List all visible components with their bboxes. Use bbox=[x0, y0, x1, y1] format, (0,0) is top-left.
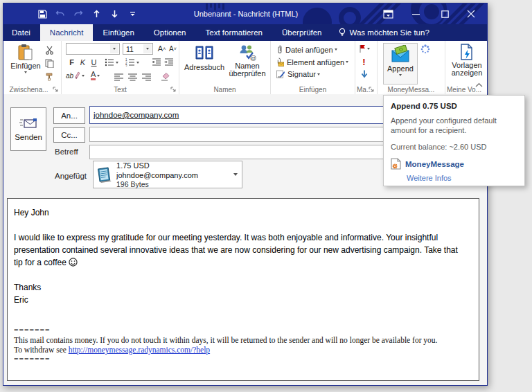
tab-nachricht[interactable]: Nachricht bbox=[40, 24, 94, 41]
footer-withdraw-link[interactable]: http://moneymessage.radynamics.com/?help bbox=[69, 346, 210, 354]
attachment-notepad-icon bbox=[96, 165, 113, 184]
underline-button[interactable]: U bbox=[88, 57, 100, 68]
customize-qat-icon[interactable] bbox=[127, 8, 138, 19]
copy-icon[interactable] bbox=[44, 57, 55, 69]
tab-text-formatieren[interactable]: Text formatieren bbox=[196, 24, 272, 41]
include-group-label: Einfügen bbox=[271, 86, 355, 93]
append-button[interactable]: Append bbox=[383, 43, 418, 84]
attach-item-button[interactable]: Element anfügen bbox=[276, 57, 348, 66]
tooltip-title: Append 0.75 USD bbox=[391, 102, 517, 110]
attachment-chip[interactable]: 1.75 USD johndoe@company.com 196 Bytes bbox=[93, 161, 242, 188]
align-left-icon[interactable] bbox=[113, 71, 125, 82]
attachment-menu-caret-icon[interactable] bbox=[233, 173, 238, 176]
send-button[interactable]: Senden bbox=[10, 107, 46, 151]
tell-me-label: Was möchten Sie tun? bbox=[350, 28, 429, 37]
ribbon-tab-bar: Datei Nachricht Einfügen Optionen Text f… bbox=[3, 24, 487, 41]
to-button[interactable]: An... bbox=[53, 107, 85, 124]
tell-me-box[interactable]: Was möchten Sie tun? bbox=[332, 24, 436, 41]
cut-icon[interactable] bbox=[44, 44, 55, 55]
font-name-combo[interactable] bbox=[66, 43, 120, 55]
footer-divider-top: ======= bbox=[14, 326, 468, 335]
move-up-icon[interactable] bbox=[91, 8, 102, 19]
font-color-a-label: A bbox=[91, 71, 96, 80]
bullet-list-button[interactable] bbox=[105, 58, 118, 66]
subject-label: Betreff bbox=[55, 148, 78, 156]
tags-group: ! Ma... bbox=[355, 41, 378, 94]
grow-font-icon[interactable]: A˄ bbox=[156, 43, 168, 54]
move-down-icon[interactable] bbox=[109, 8, 120, 19]
align-right-icon[interactable] bbox=[141, 71, 152, 82]
flag-icon bbox=[359, 44, 366, 53]
message-body-text: Hey John I would like to express my grat… bbox=[14, 206, 468, 364]
bold-button[interactable]: F bbox=[66, 57, 78, 68]
increase-indent-icon[interactable] bbox=[163, 57, 175, 68]
shrink-font-icon[interactable]: A˅ bbox=[167, 43, 179, 54]
tooltip-balance: Current balance: ~2.60 USD bbox=[391, 143, 517, 151]
font-size-value: 11 bbox=[126, 45, 134, 53]
cc-button[interactable]: Cc... bbox=[53, 127, 85, 143]
body-greeting: Hey John bbox=[14, 206, 468, 219]
body-signature-name: Eric bbox=[14, 294, 468, 306]
undo-icon[interactable] bbox=[55, 8, 66, 19]
address-book-button[interactable]: Adressbuch bbox=[184, 44, 225, 71]
smile-emoji-icon bbox=[69, 258, 78, 267]
tab-datei[interactable]: Datei bbox=[3, 24, 40, 41]
to-recipient[interactable]: johndoe@company.com bbox=[94, 111, 179, 119]
font-color-button[interactable]: A bbox=[91, 71, 100, 80]
text-dialog-launcher-icon[interactable] bbox=[170, 87, 177, 93]
clipboard-group: Einfügen Zwischena... bbox=[3, 41, 62, 94]
decrease-indent-icon[interactable] bbox=[150, 57, 162, 68]
lightbulb-icon bbox=[339, 28, 346, 37]
font-size-combo[interactable]: 11 bbox=[123, 43, 153, 55]
check-names-button[interactable]: @ Namen überprüfen bbox=[227, 44, 268, 78]
numbered-list-button[interactable]: 123 bbox=[125, 58, 139, 66]
clipboard-icon bbox=[17, 44, 35, 62]
show-templates-button[interactable]: Vorlagen anzeigen bbox=[450, 44, 484, 77]
signature-icon bbox=[276, 70, 285, 78]
attach-file-button[interactable]: Datei anfügen bbox=[276, 45, 337, 54]
ribbon-display-options-icon[interactable] bbox=[378, 3, 398, 24]
highlight-button[interactable]: ab bbox=[66, 71, 85, 80]
paste-button[interactable]: Einfügen bbox=[10, 44, 41, 73]
tab-optionen[interactable]: Optionen bbox=[144, 24, 196, 41]
append-money-envelope-icon bbox=[390, 45, 411, 63]
names-group: Adressbuch @ Namen überprüfen Namen bbox=[179, 41, 271, 94]
tooltip-more-info-link[interactable]: Weitere Infos bbox=[407, 174, 517, 182]
show-templates-label-2: anzeigen bbox=[452, 69, 483, 77]
signature-label: Signatur bbox=[287, 70, 316, 78]
moneymessage-brand-icon bbox=[391, 158, 401, 170]
tags-dialog-launcher-icon[interactable] bbox=[369, 87, 375, 93]
include-group: Datei anfügen Element anfügen Signatur E… bbox=[271, 41, 355, 94]
window-title: Unbenannt - Nachricht (HTML) bbox=[170, 3, 322, 24]
body-thanks: Thanks bbox=[14, 281, 468, 294]
maximize-button[interactable] bbox=[434, 3, 455, 24]
high-importance-button[interactable]: ! bbox=[358, 56, 370, 67]
body-paragraph: I would like to express my gratitude for… bbox=[14, 231, 468, 269]
message-body[interactable]: Hey John I would like to express my grat… bbox=[7, 198, 479, 381]
redo-icon[interactable] bbox=[73, 8, 84, 19]
check-names-icon: @ bbox=[238, 44, 256, 61]
save-icon[interactable] bbox=[37, 8, 48, 19]
tooltip-brand-name: MoneyMessage bbox=[405, 160, 464, 168]
highlight-ab-label: ab bbox=[66, 72, 73, 80]
attach-item-icon bbox=[276, 57, 284, 66]
clear-formatting-icon[interactable] bbox=[160, 71, 172, 82]
collapse-ribbon-icon[interactable] bbox=[475, 82, 483, 88]
tab-ueberpruefen[interactable]: Überprüfen bbox=[272, 24, 332, 41]
highlighter-pen-icon bbox=[75, 71, 80, 80]
append-label: Append bbox=[387, 64, 414, 73]
tab-einfuegen[interactable]: Einfügen bbox=[93, 24, 143, 41]
format-painter-icon[interactable] bbox=[44, 71, 55, 82]
follow-up-flag-button[interactable] bbox=[359, 44, 370, 53]
clipboard-dialog-launcher-icon[interactable] bbox=[53, 87, 59, 93]
ribbon: Einfügen Zwischena... 11 A˄ A˅ F bbox=[3, 41, 487, 95]
close-button[interactable] bbox=[461, 3, 481, 24]
minimize-button[interactable] bbox=[405, 3, 426, 24]
moneymessage-footer: ======= This mail contains money. If you… bbox=[14, 326, 468, 364]
append-tooltip: Append 0.75 USD Append your configured d… bbox=[383, 95, 525, 186]
low-importance-button[interactable] bbox=[358, 69, 370, 80]
align-center-icon[interactable] bbox=[127, 71, 139, 82]
signature-button[interactable]: Signatur bbox=[276, 70, 320, 78]
titlebar: Unbenannt - Nachricht (HTML) bbox=[3, 3, 487, 24]
italic-button[interactable]: K bbox=[77, 57, 89, 68]
